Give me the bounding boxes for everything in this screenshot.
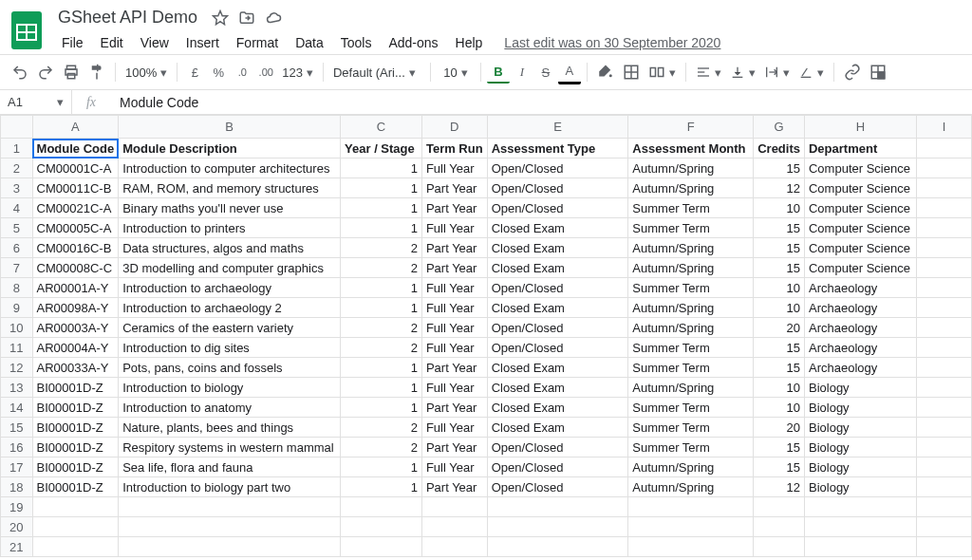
cell[interactable]: Computer Science <box>804 198 916 218</box>
cell[interactable]: Archaeology <box>804 298 916 318</box>
cell[interactable]: Part Year <box>421 238 487 258</box>
cell[interactable]: 10 <box>754 398 805 418</box>
cell[interactable] <box>119 537 341 557</box>
cell[interactable] <box>119 497 341 517</box>
column-header[interactable]: D <box>421 116 487 139</box>
cell[interactable] <box>487 497 628 517</box>
menu-data[interactable]: Data <box>287 31 332 54</box>
cell[interactable]: Autumn/Spring <box>628 159 754 178</box>
cell[interactable] <box>32 517 119 537</box>
cell[interactable]: Computer Science <box>804 159 916 178</box>
row-header[interactable]: 5 <box>1 218 33 238</box>
cell[interactable] <box>804 497 916 517</box>
cell[interactable]: Introduction to dig sites <box>119 338 341 358</box>
text-rotation-button[interactable]: ▾ <box>794 60 828 84</box>
row-header[interactable]: 8 <box>1 278 33 298</box>
cell[interactable]: CM00021C-A <box>32 198 119 218</box>
cell[interactable] <box>916 318 971 338</box>
cell[interactable]: Full Year <box>421 159 487 178</box>
cell[interactable]: Assessment Month <box>628 139 754 159</box>
cell[interactable]: Summer Term <box>628 198 754 218</box>
cell[interactable]: 1 <box>341 358 422 378</box>
cell[interactable] <box>916 258 971 278</box>
cell[interactable]: 1 <box>341 178 422 198</box>
cell[interactable]: 15 <box>754 438 805 457</box>
cell[interactable]: Biology <box>804 378 916 398</box>
column-header[interactable]: F <box>628 116 754 139</box>
cell[interactable]: 1 <box>341 378 422 398</box>
cell[interactable]: BI00001D-Z <box>32 477 119 497</box>
font-family-select[interactable]: Default (Ari...▾ <box>329 60 424 84</box>
cell[interactable]: 2 <box>341 238 422 258</box>
cloud-status-icon[interactable] <box>265 9 282 27</box>
column-header[interactable]: B <box>119 116 341 139</box>
cell[interactable]: Credits <box>754 139 805 159</box>
cell[interactable]: BI00001D-Z <box>32 418 119 438</box>
cell[interactable]: Introduction to archaeology <box>119 278 341 298</box>
cell[interactable]: 12 <box>754 477 805 497</box>
cell[interactable] <box>916 238 971 258</box>
cell[interactable]: Full Year <box>421 338 487 358</box>
column-header[interactable]: I <box>916 116 971 139</box>
text-wrap-button[interactable]: ▾ <box>760 60 794 84</box>
cell[interactable]: RAM, ROM, and memory structures <box>119 178 341 198</box>
cell[interactable]: Autumn/Spring <box>628 258 754 278</box>
cell[interactable]: Full Year <box>421 418 487 438</box>
cell[interactable]: 1 <box>341 198 422 218</box>
cell[interactable]: Open/Closed <box>487 178 628 198</box>
cell[interactable]: 1 <box>341 457 422 477</box>
cell[interactable]: BI00001D-Z <box>32 457 119 477</box>
paint-format-button[interactable] <box>84 60 109 84</box>
cell[interactable]: BI00001D-Z <box>32 378 119 398</box>
cell[interactable] <box>916 198 971 218</box>
cell[interactable] <box>916 278 971 298</box>
cell[interactable]: 20 <box>754 418 805 438</box>
cell[interactable]: Summer Term <box>628 338 754 358</box>
cell[interactable]: Closed Exam <box>487 298 628 318</box>
cell[interactable]: Autumn/Spring <box>628 477 754 497</box>
row-header[interactable]: 11 <box>1 338 33 358</box>
cell[interactable]: Archaeology <box>804 338 916 358</box>
cell[interactable]: Part Year <box>421 438 487 457</box>
row-header[interactable]: 2 <box>1 159 33 178</box>
cell[interactable] <box>916 477 971 497</box>
cell[interactable]: 1 <box>341 298 422 318</box>
cell[interactable]: Full Year <box>421 298 487 318</box>
cell[interactable] <box>421 537 487 557</box>
cell[interactable]: Summer Term <box>628 418 754 438</box>
row-header[interactable]: 13 <box>1 378 33 398</box>
cell[interactable] <box>916 378 971 398</box>
menu-insert[interactable]: Insert <box>178 31 228 54</box>
cell[interactable]: Summer Term <box>628 438 754 457</box>
cell[interactable]: Full Year <box>421 378 487 398</box>
cell[interactable] <box>421 517 487 537</box>
cell[interactable]: Biology <box>804 477 916 497</box>
column-header[interactable]: A <box>32 116 119 139</box>
cell[interactable]: Part Year <box>421 358 487 378</box>
cell[interactable]: Biology <box>804 418 916 438</box>
menu-tools[interactable]: Tools <box>332 31 381 54</box>
fill-color-button[interactable] <box>593 60 618 84</box>
cell[interactable] <box>916 457 971 477</box>
cell[interactable]: AR00098A-Y <box>32 298 119 318</box>
cell[interactable]: 1 <box>341 477 422 497</box>
cell[interactable] <box>916 358 971 378</box>
cell[interactable]: 12 <box>754 178 805 198</box>
cell[interactable]: CM00011C-B <box>32 178 119 198</box>
cell[interactable]: Archaeology <box>804 358 916 378</box>
cell[interactable]: Ceramics of the eastern variety <box>119 318 341 338</box>
cell[interactable]: 2 <box>341 438 422 457</box>
cell[interactable]: AR00004A-Y <box>32 338 119 358</box>
row-header[interactable]: 21 <box>1 537 33 557</box>
cell[interactable] <box>916 218 971 238</box>
row-header[interactable]: 20 <box>1 517 33 537</box>
cell[interactable] <box>341 537 422 557</box>
cell[interactable]: Biology <box>804 398 916 418</box>
strikethrough-button[interactable]: S <box>534 60 557 84</box>
menu-addons[interactable]: Add-ons <box>380 31 446 54</box>
cell[interactable]: Term Run <box>421 139 487 159</box>
document-title[interactable]: GSheet API Demo <box>53 6 202 29</box>
cell[interactable]: Nature, plants, bees and things <box>119 418 341 438</box>
cell[interactable] <box>119 517 341 537</box>
cell[interactable]: Closed Exam <box>487 418 628 438</box>
